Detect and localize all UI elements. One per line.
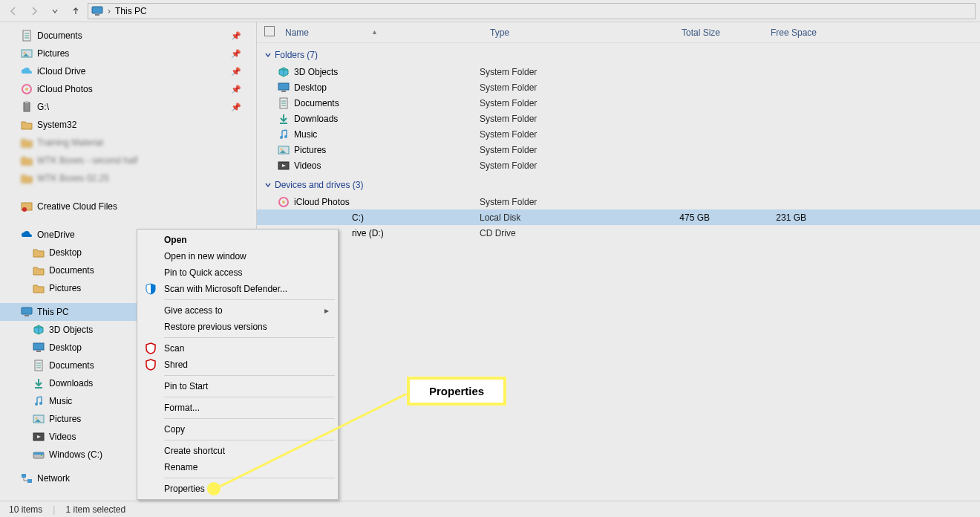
- music-icon: [278, 129, 290, 140]
- menu-item-open-in-new-window[interactable]: Open in new window: [139, 248, 336, 264]
- svg-point-23: [35, 403, 38, 406]
- folder-row[interactable]: PicturesSystem Folder: [257, 142, 980, 157]
- drive-row[interactable]: rive (D:)CD Drive: [257, 225, 980, 241]
- folder-row[interactable]: 3D ObjectsSystem Folder: [257, 64, 980, 79]
- music-icon: [33, 395, 45, 407]
- highlight-dot: [207, 482, 220, 495]
- pin-icon: 📌: [231, 67, 241, 77]
- iphotos-icon: [278, 196, 290, 208]
- menu-item-copy[interactable]: Copy: [139, 421, 336, 438]
- menu-item-open[interactable]: Open: [139, 232, 336, 248]
- sidebar-quick-item[interactable]: G:\📌: [0, 98, 256, 116]
- usb-icon: [21, 101, 33, 113]
- menu-item-shred[interactable]: Shred: [139, 357, 336, 373]
- column-headers: Name▲ Type Total Size Free Space: [257, 22, 980, 43]
- column-name[interactable]: Name▲: [282, 27, 490, 38]
- drive-icon: [33, 449, 45, 461]
- menu-item-scan-with-microsoft-defender-[interactable]: Scan with Microsoft Defender...: [139, 281, 336, 297]
- doc-icon: [278, 97, 290, 109]
- menu-separator: [164, 440, 335, 440]
- menu-item-restore-previous-versions[interactable]: Restore previous versions: [139, 319, 336, 335]
- context-menu: OpenOpen in new windowPin to Quick acces…: [137, 229, 339, 500]
- defender-icon: [145, 283, 157, 295]
- sidebar-quick-item[interactable]: WTK Boxes - second half: [0, 152, 256, 169]
- up-button[interactable]: [67, 2, 85, 20]
- column-type[interactable]: Type: [490, 27, 638, 38]
- folder-icon: [33, 282, 45, 294]
- recent-dropdown[interactable]: [46, 2, 64, 20]
- svg-point-40: [280, 136, 283, 139]
- menu-item-scan[interactable]: Scan: [139, 340, 336, 357]
- menu-item-give-access-to[interactable]: Give access to▸: [139, 302, 336, 319]
- callout-properties: Properties: [407, 377, 506, 406]
- folder-row[interactable]: VideosSystem Folder: [257, 157, 980, 173]
- folder-icon: [33, 247, 45, 258]
- breadcrumb-separator: ›: [108, 6, 111, 16]
- group-drives[interactable]: Devices and drives (3): [257, 176, 980, 194]
- folder-row[interactable]: DownloadsSystem Folder: [257, 111, 980, 126]
- svg-point-43: [281, 148, 283, 150]
- svg-rect-1: [95, 14, 99, 16]
- chevron-down-icon: [264, 51, 272, 59]
- menu-item-rename[interactable]: Rename: [139, 459, 336, 475]
- sidebar-quick-item[interactable]: Documents📌: [0, 27, 256, 45]
- menu-item-pin-to-quick-access[interactable]: Pin to Quick access: [139, 264, 336, 281]
- pin-icon: 📌: [231, 85, 241, 94]
- sidebar-quick-item[interactable]: WTK Boxes 02.25: [0, 169, 256, 187]
- folder-row[interactable]: MusicSystem Folder: [257, 126, 980, 142]
- desktop-icon: [278, 82, 290, 94]
- this-pc-icon: [21, 306, 33, 318]
- doc-icon: [21, 30, 33, 42]
- address-box[interactable]: › This PC: [88, 3, 976, 19]
- svg-point-46: [282, 201, 285, 204]
- desktop-icon: [33, 342, 45, 354]
- svg-point-41: [284, 135, 287, 138]
- menu-separator: [164, 375, 335, 376]
- column-free-space[interactable]: Free Space: [735, 27, 832, 38]
- sidebar-quick-item[interactable]: System32: [0, 116, 256, 134]
- folder-row[interactable]: DocumentsSystem Folder: [257, 95, 980, 111]
- svg-rect-0: [92, 7, 102, 13]
- svg-rect-10: [24, 103, 30, 111]
- mcafee-icon: [145, 342, 157, 354]
- icloud-icon: [21, 65, 33, 77]
- menu-item-pin-to-start[interactable]: Pin to Start: [139, 378, 336, 394]
- content-pane: Name▲ Type Total Size Free Space Folders…: [257, 22, 980, 495]
- group-folders[interactable]: Folders (7): [257, 46, 980, 64]
- sidebar-quick-item[interactable]: Pictures📌: [0, 45, 256, 62]
- svg-rect-16: [33, 343, 44, 350]
- sidebar-quick-item[interactable]: Training Material: [0, 134, 256, 152]
- this-pc-icon: [91, 6, 103, 16]
- network-icon: [21, 472, 33, 484]
- svg-rect-11: [25, 101, 28, 103]
- sidebar-quick-item[interactable]: iCloud Drive📌: [0, 62, 256, 80]
- menu-item-properties[interactable]: Properties: [139, 481, 336, 497]
- chevron-right-icon: ▸: [324, 305, 329, 316]
- status-bar: 10 items | 1 item selected: [0, 501, 980, 517]
- doc-icon: [33, 360, 45, 371]
- folder-row[interactable]: DesktopSystem Folder: [257, 79, 980, 95]
- back-button[interactable]: [4, 2, 22, 20]
- pic-icon: [33, 413, 45, 425]
- svg-point-13: [22, 207, 27, 212]
- sidebar-quick-item[interactable]: iCloud Photos📌: [0, 80, 256, 98]
- video-icon: [33, 431, 45, 443]
- svg-rect-34: [281, 91, 286, 92]
- menu-separator: [164, 397, 335, 397]
- folder-icon: [21, 119, 33, 131]
- forward-button[interactable]: [25, 2, 43, 20]
- sidebar-item-creative-cloud[interactable]: Creative Cloud Files: [0, 198, 256, 215]
- svg-rect-30: [33, 452, 44, 455]
- pic-icon: [278, 144, 290, 156]
- down-icon: [33, 377, 45, 389]
- drive-row[interactable]: C:)Local Disk475 GB231 GB: [257, 209, 980, 225]
- breadcrumb-location[interactable]: This PC: [115, 6, 147, 16]
- menu-item-create-shortcut[interactable]: Create shortcut: [139, 443, 336, 459]
- video-icon: [278, 160, 290, 172]
- menu-item-format-[interactable]: Format...: [139, 400, 336, 416]
- mcafee-icon: [145, 359, 157, 371]
- column-total-size[interactable]: Total Size: [638, 27, 735, 38]
- select-all-checkbox[interactable]: [264, 26, 275, 36]
- drive-row[interactable]: iCloud PhotosSystem Folder: [257, 194, 980, 209]
- folder-icon: [21, 172, 33, 184]
